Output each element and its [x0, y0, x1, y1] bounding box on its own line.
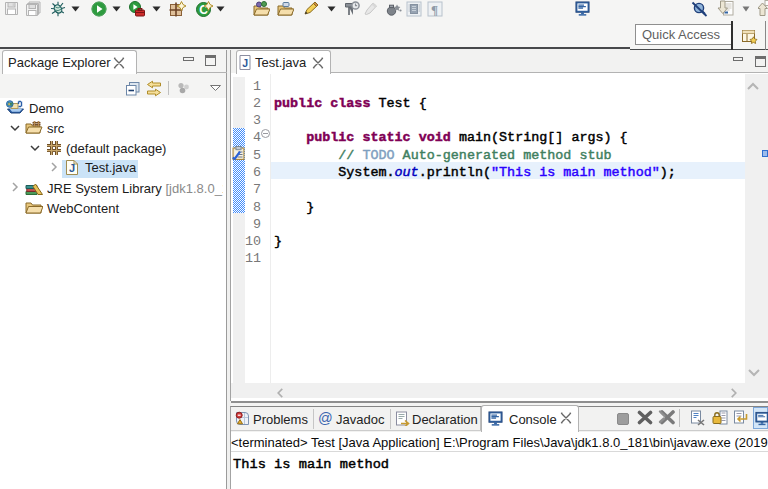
svg-text:J: J	[69, 162, 75, 174]
svg-text:J: J	[242, 57, 248, 69]
svg-text:¶: ¶	[431, 2, 438, 17]
